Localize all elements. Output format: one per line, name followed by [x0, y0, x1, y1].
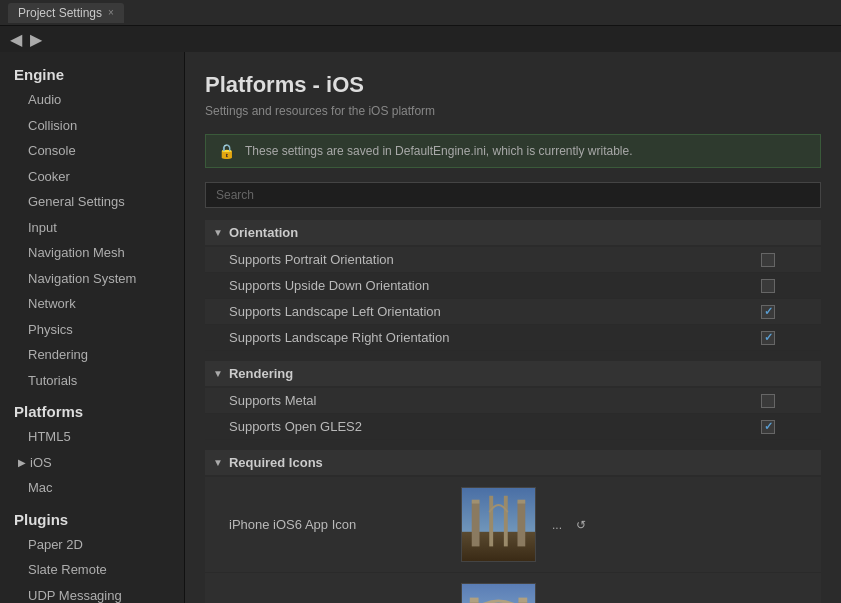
orientation-section: ▼ Orientation Supports Portrait Orientat…	[205, 220, 821, 351]
ios-label: iOS	[30, 453, 52, 473]
info-banner: 🔒 These settings are saved in DefaultEng…	[205, 134, 821, 168]
rendering-collapse-icon: ▼	[213, 368, 223, 379]
setting-upside-down: Supports Upside Down Orientation	[205, 273, 821, 299]
svg-rect-7	[504, 496, 508, 547]
sidebar-item-ios[interactable]: ▶ iOS	[0, 450, 184, 476]
setting-portrait: Supports Portrait Orientation	[205, 247, 821, 273]
title-bar-tab[interactable]: Project Settings ×	[8, 3, 124, 23]
gles2-checkbox[interactable]	[761, 420, 775, 434]
svg-rect-13	[518, 598, 527, 603]
iphone-ios6-preview-svg	[462, 488, 535, 561]
iphone-ios6-refresh-button[interactable]: ↺	[572, 516, 590, 534]
rendering-toggle[interactable]: ▼ Rendering	[205, 361, 821, 386]
content-area: Platforms - iOS Settings and resources f…	[185, 52, 841, 603]
portrait-checkbox[interactable]	[761, 253, 775, 267]
gles2-value	[761, 420, 821, 434]
page-subtitle: Settings and resources for the iOS platf…	[205, 104, 821, 118]
page-title: Platforms - iOS	[205, 72, 821, 98]
sidebar-item-udp-messaging[interactable]: UDP Messaging	[0, 583, 184, 604]
setting-landscape-left: Supports Landscape Left Orientation	[205, 299, 821, 325]
sidebar-item-general-settings[interactable]: General Settings	[0, 189, 184, 215]
required-icons-section: ▼ Required Icons iPhone iOS6 App Icon	[205, 450, 821, 603]
back-button[interactable]: ◀	[6, 30, 26, 49]
svg-rect-6	[489, 496, 493, 547]
sidebar-item-console[interactable]: Console	[0, 138, 184, 164]
sidebar: Engine Audio Collision Console Cooker Ge…	[0, 52, 185, 603]
landscape-right-value	[761, 331, 821, 345]
forward-button[interactable]: ▶	[26, 30, 46, 49]
sidebar-item-paper2d[interactable]: Paper 2D	[0, 532, 184, 558]
sidebar-item-navigation-mesh[interactable]: Navigation Mesh	[0, 240, 184, 266]
svg-rect-5	[517, 500, 525, 504]
setting-metal: Supports Metal	[205, 388, 821, 414]
metal-label: Supports Metal	[221, 393, 761, 408]
iphone-ios6-ellipsis-button[interactable]: ...	[548, 516, 566, 534]
plugins-section-header: Plugins	[0, 501, 184, 532]
orientation-collapse-icon: ▼	[213, 227, 223, 238]
rendering-settings: Supports Metal Supports Open GLES2	[205, 388, 821, 440]
sidebar-item-html5[interactable]: HTML5	[0, 424, 184, 450]
landscape-right-checkbox[interactable]	[761, 331, 775, 345]
iphone-ios6-label: iPhone iOS6 App Icon	[229, 517, 449, 532]
ios-expand-icon: ▶	[18, 455, 26, 470]
landscape-left-checkbox[interactable]	[761, 305, 775, 319]
sidebar-item-input[interactable]: Input	[0, 215, 184, 241]
setting-landscape-right: Supports Landscape Right Orientation	[205, 325, 821, 351]
upside-down-value	[761, 279, 821, 293]
main-layout: Engine Audio Collision Console Cooker Ge…	[0, 52, 841, 603]
engine-section-header: Engine	[0, 56, 184, 87]
info-banner-text: These settings are saved in DefaultEngin…	[245, 144, 633, 158]
content-inner: Platforms - iOS Settings and resources f…	[185, 52, 841, 603]
iphone-retina-ios6-preview	[461, 583, 536, 603]
title-bar: Project Settings ×	[0, 0, 841, 26]
metal-checkbox[interactable]	[761, 394, 775, 408]
orientation-label: Orientation	[229, 225, 298, 240]
upside-down-checkbox[interactable]	[761, 279, 775, 293]
tab-label: Project Settings	[18, 6, 102, 20]
metal-value	[761, 394, 821, 408]
platforms-section-header: Platforms	[0, 393, 184, 424]
lock-icon: 🔒	[218, 143, 235, 159]
iphone-retina-ios6-icon-row: iPhone Retina iOS6 App Icon	[205, 573, 821, 603]
svg-rect-3	[472, 500, 480, 504]
sidebar-item-physics[interactable]: Physics	[0, 317, 184, 343]
landscape-left-label: Supports Landscape Left Orientation	[221, 304, 761, 319]
orientation-toggle[interactable]: ▼ Orientation	[205, 220, 821, 245]
orientation-settings: Supports Portrait Orientation Supports U…	[205, 247, 821, 351]
sidebar-item-collision[interactable]: Collision	[0, 113, 184, 139]
close-tab-button[interactable]: ×	[108, 7, 114, 18]
sidebar-item-cooker[interactable]: Cooker	[0, 164, 184, 190]
portrait-value	[761, 253, 821, 267]
rendering-label: Rendering	[229, 366, 293, 381]
iphone-ios6-icon-row: iPhone iOS6 App Icon	[205, 477, 821, 573]
sidebar-item-mac[interactable]: Mac	[0, 475, 184, 501]
required-icons-toggle[interactable]: ▼ Required Icons	[205, 450, 821, 475]
setting-gles2: Supports Open GLES2	[205, 414, 821, 440]
sidebar-item-tutorials[interactable]: Tutorials	[0, 368, 184, 394]
sidebar-item-rendering[interactable]: Rendering	[0, 342, 184, 368]
sidebar-item-navigation-system[interactable]: Navigation System	[0, 266, 184, 292]
iphone-ios6-actions: ... ↺	[548, 516, 590, 534]
iphone-retina-ios6-preview-svg	[462, 584, 535, 603]
rendering-section: ▼ Rendering Supports Metal Supports Open…	[205, 361, 821, 440]
sidebar-item-network[interactable]: Network	[0, 291, 184, 317]
search-input[interactable]	[205, 182, 821, 208]
svg-rect-2	[472, 503, 480, 547]
landscape-left-value	[761, 305, 821, 319]
sidebar-item-slate-remote[interactable]: Slate Remote	[0, 557, 184, 583]
landscape-right-label: Supports Landscape Right Orientation	[221, 330, 761, 345]
sidebar-item-audio[interactable]: Audio	[0, 87, 184, 113]
upside-down-label: Supports Upside Down Orientation	[221, 278, 761, 293]
portrait-label: Supports Portrait Orientation	[221, 252, 761, 267]
gles2-label: Supports Open GLES2	[221, 419, 761, 434]
svg-rect-4	[517, 503, 525, 547]
required-icons-label: Required Icons	[229, 455, 323, 470]
iphone-ios6-preview	[461, 487, 536, 562]
required-icons-collapse-icon: ▼	[213, 457, 223, 468]
svg-rect-11	[470, 598, 479, 603]
top-bar: ◀ ▶	[0, 26, 841, 52]
